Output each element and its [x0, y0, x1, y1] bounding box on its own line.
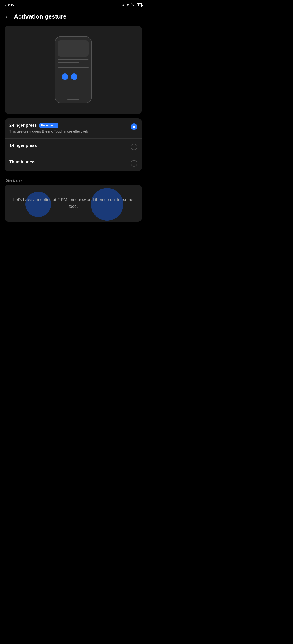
status-time: 23:05 [5, 3, 14, 8]
option-one-finger-content: 1-finger press [9, 143, 128, 149]
back-button[interactable]: ← [5, 14, 10, 20]
radio-one-finger[interactable] [131, 144, 137, 150]
illustration-card [5, 26, 142, 114]
option-one-finger-title-row: 1-finger press [9, 143, 128, 148]
phone-line-2 [58, 62, 79, 64]
option-two-finger-description: This gesture triggers Breeno Touch more … [9, 129, 89, 133]
phone-content-lines [58, 58, 89, 64]
phone-home-bar [68, 99, 79, 100]
option-two-finger[interactable]: 2-finger press Recomme... This gesture t… [5, 118, 142, 138]
option-thumb-content: Thumb press [9, 160, 128, 166]
wifi-icon [126, 4, 130, 8]
radio-thumb[interactable] [131, 160, 137, 166]
phone-content-lines-2 [58, 66, 89, 69]
section-label: Give it a try [0, 176, 147, 185]
phone-fingers-area [58, 72, 89, 81]
phone-line-3 [58, 67, 89, 68]
status-bar: 23:05 ✦ ✕ 92 [0, 0, 147, 9]
option-one-finger[interactable]: 1-finger press [5, 138, 142, 155]
option-thumb-title-row: Thumb press [9, 160, 128, 164]
header: ← Activation gesture [0, 9, 147, 26]
option-thumb[interactable]: Thumb press [5, 155, 142, 171]
bluetooth-icon: ✦ [122, 4, 125, 7]
option-two-finger-content: 2-finger press Recomme... This gesture t… [9, 123, 128, 134]
radio-two-finger-inner [133, 126, 135, 128]
try-card[interactable]: Let's have a meeting at 2 PM tomorrow an… [5, 185, 142, 222]
phone-illustration [55, 36, 92, 103]
status-icons: ✦ ✕ 92 [122, 3, 142, 8]
x-icon: ✕ [131, 3, 135, 8]
try-sample-text: Let's have a meeting at 2 PM tomorrow an… [9, 196, 137, 210]
option-two-finger-title-row: 2-finger press Recomme... [9, 123, 128, 128]
option-thumb-title: Thumb press [9, 160, 36, 164]
option-two-finger-title: 2-finger press [9, 123, 37, 128]
battery-level: 92 [138, 4, 141, 7]
option-one-finger-title: 1-finger press [9, 143, 37, 148]
radio-two-finger[interactable] [131, 124, 137, 130]
phone-screen-area [58, 40, 89, 56]
finger-dot-right [71, 74, 77, 80]
phone-line-1 [58, 59, 89, 60]
options-card: 2-finger press Recomme... This gesture t… [5, 118, 142, 171]
page-title: Activation gesture [14, 13, 67, 20]
battery-indicator: 92 [137, 3, 142, 8]
finger-dot-left [62, 74, 68, 80]
recommended-badge: Recomme... [39, 123, 58, 128]
